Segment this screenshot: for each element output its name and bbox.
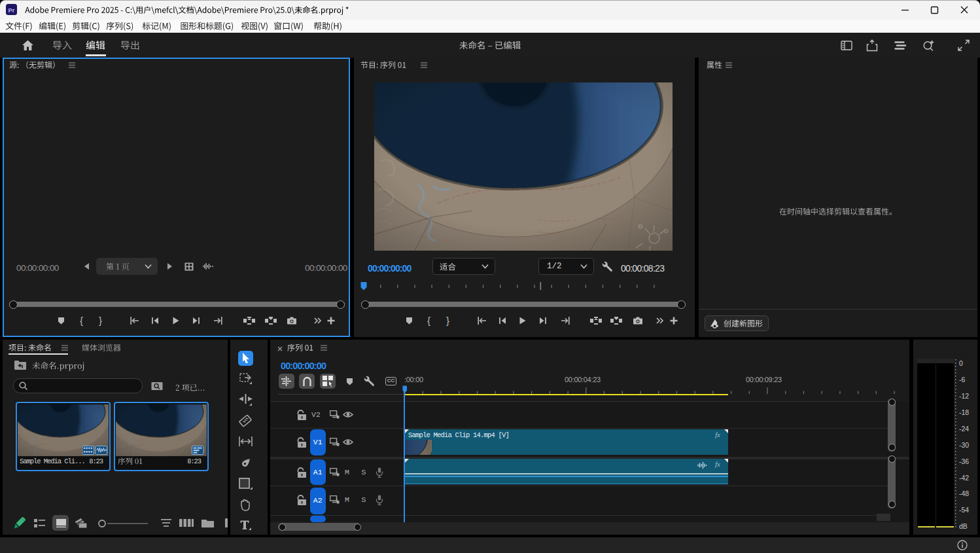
svg-text:Pr: Pr bbox=[8, 7, 14, 14]
